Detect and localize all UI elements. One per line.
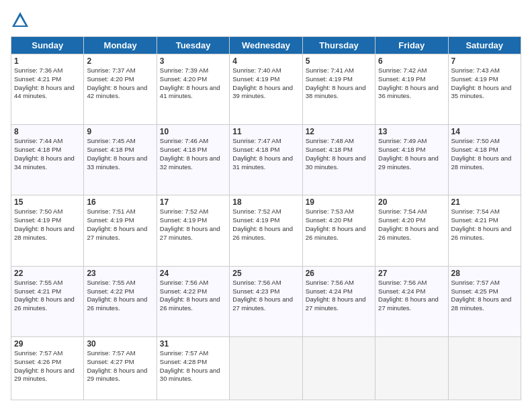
- logo-icon: [11, 11, 30, 30]
- day-number: 6: [378, 56, 445, 66]
- day-number: 27: [378, 269, 445, 278]
- day-number: 7: [451, 56, 518, 66]
- day-number: 18: [232, 197, 299, 207]
- calendar: SundayMondayTuesdayWednesdayThursdayFrid…: [11, 36, 521, 400]
- day-number: 13: [378, 127, 445, 136]
- day-info: Sunrise: 7:49 AMSunset: 4:18 PMDaylight:…: [378, 137, 445, 171]
- day-info: Sunrise: 7:54 AMSunset: 4:20 PMDaylight:…: [378, 208, 445, 242]
- calendar-cell: 14Sunrise: 7:50 AMSunset: 4:18 PMDayligh…: [448, 125, 521, 195]
- day-number: 4: [232, 56, 299, 66]
- calendar-week-row: 29Sunrise: 7:57 AMSunset: 4:26 PMDayligh…: [11, 336, 521, 400]
- day-info: Sunrise: 7:52 AMSunset: 4:19 PMDaylight:…: [232, 208, 299, 242]
- day-info: Sunrise: 7:43 AMSunset: 4:19 PMDaylight:…: [451, 66, 518, 101]
- day-number: 22: [14, 269, 81, 278]
- calendar-cell: 24Sunrise: 7:56 AMSunset: 4:22 PMDayligh…: [157, 266, 229, 336]
- calendar-week-row: 1Sunrise: 7:36 AMSunset: 4:21 PMDaylight…: [11, 54, 521, 125]
- day-number: 20: [378, 197, 445, 207]
- day-info: Sunrise: 7:55 AMSunset: 4:21 PMDaylight:…: [14, 279, 81, 313]
- calendar-week-row: 15Sunrise: 7:50 AMSunset: 4:19 PMDayligh…: [11, 195, 521, 266]
- day-info: Sunrise: 7:47 AMSunset: 4:18 PMDaylight:…: [232, 137, 299, 171]
- calendar-cell: 23Sunrise: 7:55 AMSunset: 4:22 PMDayligh…: [84, 266, 157, 336]
- day-number: 23: [87, 269, 153, 278]
- calendar-week-row: 8Sunrise: 7:44 AMSunset: 4:18 PMDaylight…: [11, 125, 521, 195]
- calendar-cell: 20Sunrise: 7:54 AMSunset: 4:20 PMDayligh…: [375, 195, 448, 266]
- day-number: 29: [14, 339, 81, 349]
- calendar-cell: 5Sunrise: 7:41 AMSunset: 4:19 PMDaylight…: [302, 54, 375, 125]
- weekday-header: Sunday: [11, 37, 84, 54]
- calendar-cell: 12Sunrise: 7:48 AMSunset: 4:18 PMDayligh…: [302, 125, 375, 195]
- day-number: 24: [160, 269, 226, 278]
- calendar-cell: 25Sunrise: 7:56 AMSunset: 4:23 PMDayligh…: [230, 266, 302, 336]
- weekday-header: Saturday: [448, 37, 521, 54]
- calendar-cell: 6Sunrise: 7:42 AMSunset: 4:19 PMDaylight…: [375, 54, 448, 125]
- calendar-cell: 4Sunrise: 7:40 AMSunset: 4:19 PMDaylight…: [230, 54, 302, 125]
- calendar-cell: 31Sunrise: 7:57 AMSunset: 4:28 PMDayligh…: [157, 336, 229, 400]
- day-info: Sunrise: 7:55 AMSunset: 4:22 PMDaylight:…: [87, 279, 153, 313]
- weekday-header: Thursday: [302, 37, 375, 54]
- weekday-header: Friday: [375, 37, 448, 54]
- day-number: 30: [87, 339, 153, 349]
- day-info: Sunrise: 7:54 AMSunset: 4:21 PMDaylight:…: [451, 208, 518, 242]
- day-number: 16: [87, 197, 153, 207]
- day-number: 10: [160, 127, 226, 136]
- day-number: 14: [451, 127, 518, 136]
- day-number: 19: [306, 197, 372, 207]
- header: [11, 11, 521, 30]
- weekday-header: Wednesday: [230, 37, 302, 54]
- day-info: Sunrise: 7:50 AMSunset: 4:18 PMDaylight:…: [451, 137, 518, 171]
- day-number: 17: [160, 197, 226, 207]
- day-info: Sunrise: 7:56 AMSunset: 4:24 PMDaylight:…: [378, 279, 445, 313]
- calendar-cell: 30Sunrise: 7:57 AMSunset: 4:27 PMDayligh…: [84, 336, 157, 400]
- calendar-cell: [375, 336, 448, 400]
- day-info: Sunrise: 7:51 AMSunset: 4:19 PMDaylight:…: [87, 208, 153, 242]
- day-info: Sunrise: 7:45 AMSunset: 4:18 PMDaylight:…: [87, 137, 153, 171]
- logo: [11, 11, 32, 30]
- calendar-cell: 1Sunrise: 7:36 AMSunset: 4:21 PMDaylight…: [11, 54, 84, 125]
- day-info: Sunrise: 7:42 AMSunset: 4:19 PMDaylight:…: [378, 66, 445, 101]
- calendar-cell: 28Sunrise: 7:57 AMSunset: 4:25 PMDayligh…: [448, 266, 521, 336]
- calendar-cell: 3Sunrise: 7:39 AMSunset: 4:20 PMDaylight…: [157, 54, 229, 125]
- day-info: Sunrise: 7:41 AMSunset: 4:19 PMDaylight:…: [306, 66, 372, 101]
- calendar-week-row: 22Sunrise: 7:55 AMSunset: 4:21 PMDayligh…: [11, 266, 521, 336]
- day-info: Sunrise: 7:50 AMSunset: 4:19 PMDaylight:…: [14, 208, 81, 242]
- weekday-header: Monday: [84, 37, 157, 54]
- day-number: 25: [232, 269, 299, 278]
- calendar-cell: 2Sunrise: 7:37 AMSunset: 4:20 PMDaylight…: [84, 54, 157, 125]
- calendar-cell: 21Sunrise: 7:54 AMSunset: 4:21 PMDayligh…: [448, 195, 521, 266]
- calendar-cell: [230, 336, 302, 400]
- day-number: 26: [306, 269, 372, 278]
- calendar-cell: 13Sunrise: 7:49 AMSunset: 4:18 PMDayligh…: [375, 125, 448, 195]
- day-info: Sunrise: 7:40 AMSunset: 4:19 PMDaylight:…: [232, 66, 299, 101]
- day-info: Sunrise: 7:44 AMSunset: 4:18 PMDaylight:…: [14, 137, 81, 171]
- day-info: Sunrise: 7:57 AMSunset: 4:27 PMDaylight:…: [87, 349, 153, 383]
- calendar-cell: 10Sunrise: 7:46 AMSunset: 4:18 PMDayligh…: [157, 125, 229, 195]
- day-number: 28: [451, 269, 518, 278]
- calendar-cell: 16Sunrise: 7:51 AMSunset: 4:19 PMDayligh…: [84, 195, 157, 266]
- day-info: Sunrise: 7:52 AMSunset: 4:19 PMDaylight:…: [160, 208, 226, 242]
- calendar-cell: 18Sunrise: 7:52 AMSunset: 4:19 PMDayligh…: [230, 195, 302, 266]
- day-info: Sunrise: 7:36 AMSunset: 4:21 PMDaylight:…: [14, 66, 81, 101]
- calendar-cell: 7Sunrise: 7:43 AMSunset: 4:19 PMDaylight…: [448, 54, 521, 125]
- calendar-cell: 29Sunrise: 7:57 AMSunset: 4:26 PMDayligh…: [11, 336, 84, 400]
- day-info: Sunrise: 7:53 AMSunset: 4:20 PMDaylight:…: [306, 208, 372, 242]
- calendar-cell: 15Sunrise: 7:50 AMSunset: 4:19 PMDayligh…: [11, 195, 84, 266]
- page: SundayMondayTuesdayWednesdayThursdayFrid…: [0, 0, 532, 411]
- day-info: Sunrise: 7:48 AMSunset: 4:18 PMDaylight:…: [306, 137, 372, 171]
- calendar-cell: 19Sunrise: 7:53 AMSunset: 4:20 PMDayligh…: [302, 195, 375, 266]
- calendar-cell: 27Sunrise: 7:56 AMSunset: 4:24 PMDayligh…: [375, 266, 448, 336]
- day-info: Sunrise: 7:57 AMSunset: 4:26 PMDaylight:…: [14, 349, 81, 383]
- calendar-body: 1Sunrise: 7:36 AMSunset: 4:21 PMDaylight…: [11, 54, 521, 400]
- calendar-cell: 9Sunrise: 7:45 AMSunset: 4:18 PMDaylight…: [84, 125, 157, 195]
- weekday-header-row: SundayMondayTuesdayWednesdayThursdayFrid…: [11, 37, 521, 54]
- day-number: 21: [451, 197, 518, 207]
- day-info: Sunrise: 7:39 AMSunset: 4:20 PMDaylight:…: [160, 66, 226, 101]
- calendar-cell: 11Sunrise: 7:47 AMSunset: 4:18 PMDayligh…: [230, 125, 302, 195]
- calendar-cell: 26Sunrise: 7:56 AMSunset: 4:24 PMDayligh…: [302, 266, 375, 336]
- day-number: 11: [232, 127, 299, 136]
- day-info: Sunrise: 7:57 AMSunset: 4:28 PMDaylight:…: [160, 349, 226, 383]
- calendar-cell: 8Sunrise: 7:44 AMSunset: 4:18 PMDaylight…: [11, 125, 84, 195]
- day-number: 2: [87, 56, 153, 66]
- calendar-cell: 17Sunrise: 7:52 AMSunset: 4:19 PMDayligh…: [157, 195, 229, 266]
- day-number: 15: [14, 197, 81, 207]
- day-number: 5: [306, 56, 372, 66]
